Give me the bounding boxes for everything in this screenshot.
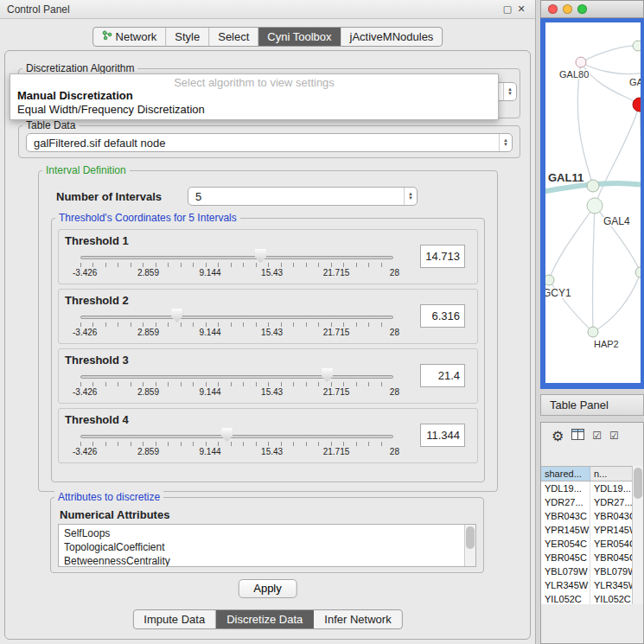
network-canvas-svg: GAL80GAGAL11GAL4GCY1HAP2 [545,22,641,383]
threshold-value-field[interactable]: 11.344 [420,424,465,447]
attribute-list-item[interactable]: SelfLoops [59,526,475,540]
table-row[interactable]: YBR045CYBR045C [541,551,632,564]
scale-tick-label: 9.144 [200,387,221,397]
tab-infer-network[interactable]: Infer Network [314,610,401,628]
network-node[interactable] [587,198,603,214]
select-column-checkbox-icon[interactable]: ☑ [609,430,619,442]
close-traffic-light[interactable] [548,4,558,14]
table-rows: YDL19...YDL19...YDR27...YDR27...YBR043CY… [541,481,632,604]
network-node[interactable] [635,267,641,277]
network-node[interactable] [633,98,641,112]
threshold-value-field[interactable]: 14.713 [420,245,465,268]
table-row[interactable]: YDR27...YDR27... [541,495,632,509]
network-edge[interactable] [577,62,593,186]
slider-track[interactable] [80,316,393,319]
scale-tick-label: -3.426 [73,328,97,337]
threshold-panel: Threshold 4 -3.4262.8599.14415.4321.7152… [58,408,478,463]
float-window-icon[interactable]: ▢ [501,3,514,15]
network-edge[interactable] [595,105,640,206]
table-scrollbar[interactable] [632,466,643,604]
slider-scale: -3.4262.8599.14415.4321.71528 [73,268,399,277]
slider-track[interactable] [80,375,393,379]
slider-thumb[interactable] [322,368,333,382]
table-cell: YPR145W [541,523,590,537]
table-cell: YLR345W [590,578,632,592]
table-row[interactable]: YER054CYER054C [541,537,632,551]
scale-tick-label: 15.43 [261,328,283,337]
network-node[interactable] [633,41,641,51]
threshold-slider[interactable]: -3.4262.8599.14415.4321.71528 [80,349,393,403]
network-node-label: GAL80 [559,69,589,80]
network-edge[interactable] [593,206,595,332]
threshold-slider[interactable]: -3.4262.8599.14415.4321.71528 [80,409,393,462]
tab-style[interactable]: Style [166,28,209,46]
numerical-attributes-list[interactable]: SelfLoopsTopologicalCoefficientBetweenne… [58,524,476,567]
network-edge[interactable] [593,272,641,332]
tab-jactivemnodules[interactable]: jActiveMNodules [341,28,443,46]
stepper-icon[interactable]: ▲▼ [499,134,512,151]
minimize-traffic-light[interactable] [563,4,572,14]
tab-impute-data[interactable]: Impute Data [133,610,216,628]
network-edge[interactable] [549,206,595,280]
network-node[interactable] [576,57,586,67]
table-cell: YDL19... [541,481,590,495]
control-panel-tabbar: Network Style Select Cyni Toolbox jActiv… [92,27,443,47]
dropdown-item-equal-width-frequency[interactable]: Equal Width/Frequency Discretization [10,103,498,117]
slider-ticks-icon [80,322,393,327]
scale-tick-label: 2.859 [137,447,159,456]
gear-icon[interactable]: ⚙ [552,428,564,444]
table-row[interactable]: YPR145WYPR145W [541,523,632,537]
column-header-shared-name[interactable]: shared... [541,467,590,481]
table-data-combobox[interactable]: galFiltered.sif default node ▲▼ [26,133,513,152]
threshold-slider[interactable]: -3.4262.8599.14415.4321.71528 [80,290,393,343]
number-of-intervals-combobox[interactable]: 5 ▲▼ [188,187,418,206]
apply-button[interactable]: Apply [238,579,297,598]
threshold-panel: Threshold 3 -3.4262.8599.14415.4321.7152… [58,348,478,404]
network-edge[interactable] [640,105,641,272]
slider-track[interactable] [80,256,393,259]
network-node[interactable] [588,327,598,337]
table-row[interactable]: YDL19...YDL19... [541,481,632,495]
scrollbar-thumb[interactable] [466,526,475,549]
network-canvas[interactable]: GAL80GAGAL11GAL4GCY1HAP2 [545,22,641,383]
slider-thumb[interactable] [255,249,266,263]
network-node-label: GA [629,77,641,87]
scrollbar-thumb[interactable] [634,468,642,499]
zoom-traffic-light[interactable] [577,4,587,14]
table-row[interactable]: YIL052CYIL052C [541,592,632,604]
slider-scale: -3.4262.8599.14415.4321.71528 [73,328,399,337]
threshold-slider[interactable]: -3.4262.8599.14415.4321.71528 [80,230,393,284]
slider-track[interactable] [80,435,393,438]
tab-discretize-data[interactable]: Discretize Data [216,610,314,628]
columns-icon[interactable] [571,429,584,443]
network-edge[interactable] [581,46,638,62]
dropdown-item-manual-discretization[interactable]: Manual Discretization [10,89,498,103]
slider-thumb[interactable] [171,309,182,322]
threshold-value-field[interactable]: 21.4 [420,364,465,387]
network-node-label: HAP2 [594,339,619,349]
list-scrollbar[interactable] [464,525,475,566]
slider-ticks-icon [80,442,393,446]
tab-cyni-toolbox[interactable]: Cyni Toolbox [258,28,341,46]
select-all-checkbox-icon[interactable]: ☑ [592,430,602,442]
tab-network[interactable]: Network [93,28,167,46]
stepper-icon[interactable]: ▲▼ [503,83,516,100]
attribute-list-item[interactable]: BetweennessCentrality [59,554,475,567]
network-node[interactable] [587,180,599,192]
table-cell: YDR27... [590,495,632,509]
column-header-name[interactable]: n... [590,467,632,481]
slider-thumb[interactable] [221,428,233,442]
table-row[interactable]: YLR345WYLR345W [541,578,632,592]
tab-select[interactable]: Select [209,28,258,46]
network-edge[interactable] [581,62,641,74]
network-node[interactable] [545,275,554,285]
attribute-list-item[interactable]: TopologicalCoefficient [59,540,475,554]
close-icon[interactable]: ✕ [514,3,528,15]
table-cell: YBL079W [590,564,632,578]
table-cell: YER054C [590,537,632,551]
stepper-icon[interactable]: ▲▼ [404,188,417,205]
table-row[interactable]: YBR043CYBR043C [541,509,632,523]
table-panel-header[interactable]: Table Panel [540,394,644,416]
table-row[interactable]: YBL079WYBL079W [541,564,632,578]
threshold-value-field[interactable]: 6.316 [420,304,465,328]
